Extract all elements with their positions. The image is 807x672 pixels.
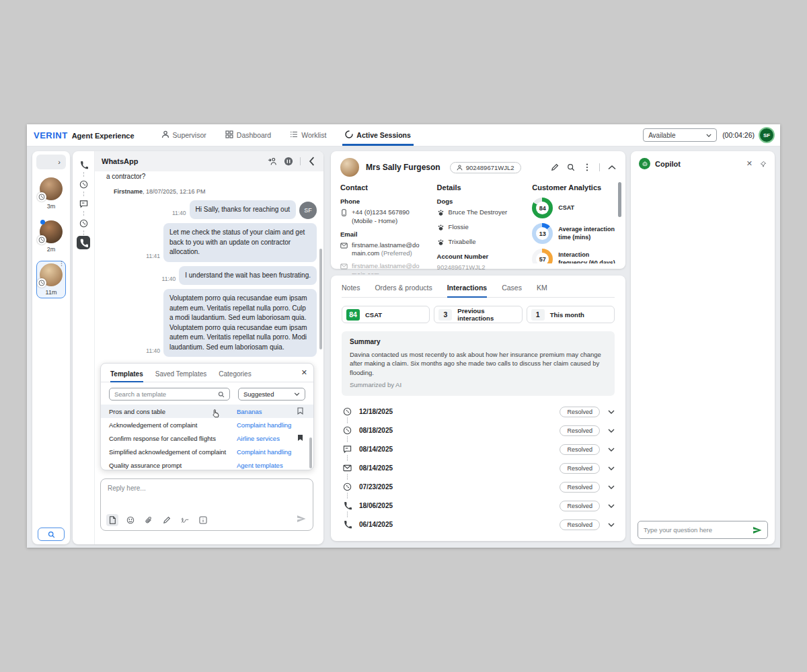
- transfer-icon[interactable]: [268, 157, 277, 166]
- interaction-row[interactable]: 06/14/2025 Resolved: [342, 515, 615, 534]
- chevron-down-icon[interactable]: [608, 521, 615, 528]
- nav-item-active-sessions[interactable]: Active Sessions: [345, 124, 411, 146]
- template-search-input[interactable]: Search a template: [109, 388, 230, 401]
- template-filter-dropdown[interactable]: Suggested: [238, 388, 305, 401]
- chevron-down-icon[interactable]: [608, 503, 615, 509]
- templates-tab-categories[interactable]: Categories: [219, 369, 251, 382]
- contact-card-scrollbar[interactable]: [618, 182, 621, 217]
- close-icon[interactable]: ✕: [301, 368, 307, 377]
- detail-tabs: NotesOrders & productsInteractionsCasesK…: [342, 281, 615, 298]
- chat-icon: [342, 444, 352, 455]
- collapse-icon[interactable]: [608, 163, 616, 171]
- phone-icon[interactable]: [77, 236, 90, 249]
- template-category-link[interactable]: Complaint handling: [237, 421, 297, 429]
- send-icon[interactable]: [297, 514, 306, 526]
- bookmark-icon[interactable]: [297, 434, 305, 443]
- search-icon[interactable]: [567, 163, 575, 171]
- templates-scrollbar[interactable]: [309, 437, 312, 468]
- divider: [300, 157, 301, 165]
- nav-item-supervisor[interactable]: Supervisor: [161, 124, 206, 146]
- template-row[interactable]: Simplified acknowledgement of complaint …: [101, 445, 313, 458]
- nav-item-dashboard[interactable]: Dashboard: [225, 124, 271, 146]
- donut-chart: 13: [532, 223, 553, 244]
- chat-icon[interactable]: [77, 197, 90, 210]
- edit-icon[interactable]: [551, 163, 559, 171]
- chevron-down-icon[interactable]: [608, 409, 615, 415]
- message-time: 11:41: [146, 253, 160, 259]
- reply-box[interactable]: Reply here...: [100, 478, 313, 531]
- metric-value: 13: [532, 223, 553, 244]
- session-item[interactable]: ⋮ 11m: [36, 261, 66, 298]
- template-row[interactable]: Pros and cons table Bananas: [101, 405, 313, 418]
- customer-id-badge[interactable]: 902489671WJL2: [450, 162, 521, 173]
- phone-icon[interactable]: [77, 158, 90, 171]
- signature-icon[interactable]: [179, 514, 191, 526]
- nav-item-worklist[interactable]: Worklist: [290, 124, 326, 146]
- session-item[interactable]: 3m: [36, 175, 66, 212]
- template-row[interactable]: Quality assurance prompt Agent templates: [101, 458, 313, 472]
- template-category-link[interactable]: Agent templates: [237, 462, 297, 469]
- tab-km[interactable]: KM: [537, 281, 547, 297]
- interaction-date: 12/18/2025: [359, 408, 393, 415]
- template-category-link[interactable]: Complaint handling: [237, 448, 297, 456]
- copilot-question-input[interactable]: Type your question here: [638, 521, 768, 539]
- analytics-metric: 57 Interaction frequency (60 days): [532, 249, 616, 263]
- pause-icon[interactable]: [284, 157, 293, 166]
- interaction-row[interactable]: 12/18/2025 Resolved: [342, 403, 615, 421]
- analytics-heading: Customer Analytics: [532, 183, 616, 192]
- info-box-icon[interactable]: [197, 514, 209, 526]
- template-row[interactable]: Acknowledgement of complaint Complaint h…: [101, 418, 313, 431]
- message-list[interactable]: a contractor? Firstname, 18/07/2025, 12:…: [100, 171, 317, 358]
- bookmark-icon[interactable]: [297, 407, 305, 416]
- template-category-link[interactable]: Bananas: [237, 408, 297, 415]
- close-icon[interactable]: ✕: [746, 159, 753, 168]
- copilot-send-icon[interactable]: [753, 526, 762, 535]
- tab-cases[interactable]: Cases: [502, 281, 522, 297]
- mouse-cursor: [210, 408, 221, 419]
- interaction-row[interactable]: 18/06/2025 Resolved: [342, 497, 615, 515]
- interaction-row[interactable]: 08/14/2025 Resolved: [342, 459, 615, 478]
- search-icon: [48, 531, 55, 538]
- more-options-icon[interactable]: ⋮: [59, 262, 65, 265]
- expand-rail-button[interactable]: ›: [36, 155, 66, 169]
- tab-notes[interactable]: Notes: [342, 281, 360, 297]
- template-icon[interactable]: [106, 514, 118, 526]
- tab-orders-products[interactable]: Orders & products: [375, 281, 432, 297]
- chevron-down-icon[interactable]: [608, 465, 615, 472]
- contact-card: Mrs Sally Furgeson 902489671WJL2 Contact…: [331, 151, 625, 269]
- pin-icon[interactable]: [760, 161, 767, 167]
- metric-label: Interaction frequency (60 days): [558, 251, 616, 263]
- template-row[interactable]: Confirm response for cancelled flights A…: [101, 431, 313, 445]
- whatsapp-icon[interactable]: [77, 216, 90, 230]
- chevron-down-icon[interactable]: [608, 484, 615, 491]
- emoji-icon[interactable]: [124, 514, 137, 526]
- status-dropdown[interactable]: Available: [643, 128, 717, 142]
- user-avatar[interactable]: SF: [760, 128, 773, 142]
- interaction-row[interactable]: 08/18/2025 Resolved: [342, 421, 615, 440]
- dog-name: Bruce The Destroyer: [449, 208, 507, 219]
- whatsapp-icon[interactable]: [77, 177, 90, 191]
- pen-icon[interactable]: [161, 514, 173, 526]
- templates-tab-saved-templates[interactable]: Saved Templates: [155, 369, 207, 382]
- interaction-row[interactable]: 08/14/2025 Resolved: [342, 440, 615, 459]
- chevron-down-icon[interactable]: [608, 446, 615, 453]
- whatsapp-icon: [37, 278, 46, 288]
- tab-interactions[interactable]: Interactions: [447, 281, 488, 297]
- message-time: 11:40: [172, 210, 186, 216]
- session-rail: › 3m 2m⋮ 11m: [32, 151, 70, 544]
- attachment-icon[interactable]: [143, 514, 155, 526]
- chevron-down-icon[interactable]: [608, 427, 615, 434]
- session-item[interactable]: 2m: [36, 218, 66, 255]
- whatsapp-icon: [342, 425, 352, 436]
- dog-row: Trixabelle: [437, 238, 527, 249]
- email-value-2[interactable]: firstname.lastname@domain.com: [352, 262, 419, 274]
- search-sessions-button[interactable]: [38, 528, 65, 541]
- more-options-icon[interactable]: [583, 163, 591, 171]
- interaction-date: 06/14/2025: [359, 521, 393, 528]
- agent-message: 11:41 Let me check the status of your cl…: [100, 223, 317, 262]
- interaction-row[interactable]: 07/23/2025 Resolved: [342, 478, 615, 497]
- templates-tab-templates[interactable]: Templates: [110, 369, 143, 382]
- template-category-link[interactable]: Airline services: [237, 435, 297, 442]
- chevron-left-icon[interactable]: [307, 157, 317, 166]
- chat-scrollbar[interactable]: [319, 249, 322, 349]
